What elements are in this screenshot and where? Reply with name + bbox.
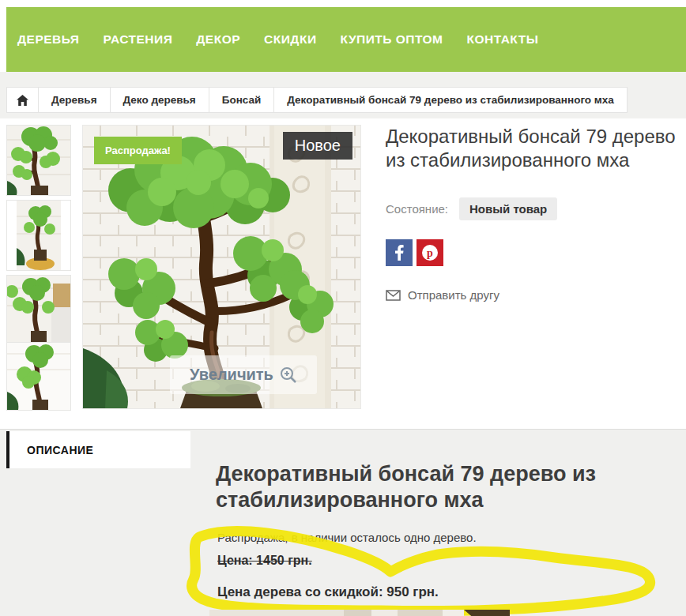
- svg-text:p: p: [427, 247, 433, 259]
- nav-item-sales[interactable]: СКИДКИ: [264, 32, 316, 47]
- nav-item-decor[interactable]: ДЕКОР: [196, 32, 240, 47]
- pinterest-icon: p: [421, 244, 439, 261]
- description-section: ОПИСАНИЕ Декоративный бонсай 79 дерево и…: [0, 429, 686, 616]
- tab-description[interactable]: ОПИСАНИЕ: [6, 431, 190, 468]
- send-to-friend[interactable]: Отправить другу: [386, 288, 680, 302]
- bonsai-thumb-image: [7, 276, 70, 345]
- next-photo-partial: [209, 610, 510, 616]
- magnifier-plus-icon: [280, 366, 297, 384]
- product-main-image[interactable]: Распродажа! Новое Увеличить: [82, 125, 361, 409]
- product-title: Декоративный бонсай 79 дерево из стабили…: [386, 125, 680, 172]
- product-thumbnail-4[interactable]: [6, 342, 71, 411]
- product-page: ДЕРЕВЬЯ РАСТЕНИЯ ДЕКОР СКИДКИ КУПИТЬ ОПТ…: [0, 0, 686, 616]
- product-thumbnail-3[interactable]: [6, 275, 71, 346]
- description-heading: Декоративный бонсай 79 дерево из стабили…: [216, 461, 666, 513]
- breadcrumb: Деревья Деко деревья Бонсай Декоративный…: [6, 87, 628, 113]
- condition-row: Состояние: Новый товар: [386, 197, 680, 220]
- bonsai-thumb-image: [7, 343, 70, 410]
- envelope-icon: [386, 290, 401, 301]
- product-thumbnail-1[interactable]: [6, 125, 71, 196]
- bonsai-thumb-image: [7, 201, 70, 270]
- nav-item-wholesale[interactable]: КУПИТЬ ОПТОМ: [341, 32, 443, 47]
- breadcrumb-item-current: Декоративный бонсай 79 дерево из стабили…: [274, 87, 628, 113]
- facebook-icon: [394, 245, 404, 261]
- product-thumbnail-2[interactable]: [6, 200, 71, 271]
- nav-item-plants[interactable]: РАСТЕНИЯ: [103, 32, 172, 47]
- facebook-share-button[interactable]: [386, 239, 413, 266]
- pinterest-share-button[interactable]: p: [416, 239, 443, 266]
- new-badge: Новое: [283, 132, 352, 160]
- old-price: Цена: 1450 грн.: [217, 554, 312, 568]
- discount-price: Цена дерева со скидкой: 950 грн.: [217, 584, 439, 600]
- tab-description-label: ОПИСАНИЕ: [27, 444, 93, 456]
- breadcrumb-home-icon[interactable]: [6, 87, 39, 113]
- product-section: Распродажа! Новое Увеличить Декоративный…: [0, 118, 686, 429]
- availability-text: Распродажа, в наличии осталось одно дере…: [217, 531, 477, 544]
- breadcrumb-item-trees[interactable]: Деревья: [39, 87, 111, 113]
- product-info: Декоративный бонсай 79 дерево из стабили…: [386, 125, 680, 302]
- zoom-image-button[interactable]: Увеличить: [170, 355, 317, 394]
- condition-label: Состояние:: [386, 202, 448, 216]
- breadcrumb-item-bonsai[interactable]: Бонсай: [209, 87, 275, 113]
- nav-item-contacts[interactable]: КОНТАКТЫ: [466, 32, 538, 47]
- social-share-row: p: [386, 239, 680, 266]
- breadcrumb-item-decotrees[interactable]: Деко деревья: [111, 87, 209, 113]
- nav-item-trees[interactable]: ДЕРЕВЬЯ: [17, 32, 79, 47]
- send-to-friend-label: Отправить другу: [408, 288, 499, 302]
- home-icon: [17, 95, 28, 106]
- bonsai-thumb-image: [7, 126, 70, 195]
- condition-badge: Новый товар: [459, 197, 557, 220]
- zoom-image-label: Увеличить: [190, 366, 273, 384]
- sale-badge: Распродажа!: [94, 137, 182, 164]
- main-navigation: ДЕРЕВЬЯ РАСТЕНИЯ ДЕКОР СКИДКИ КУПИТЬ ОПТ…: [6, 7, 686, 72]
